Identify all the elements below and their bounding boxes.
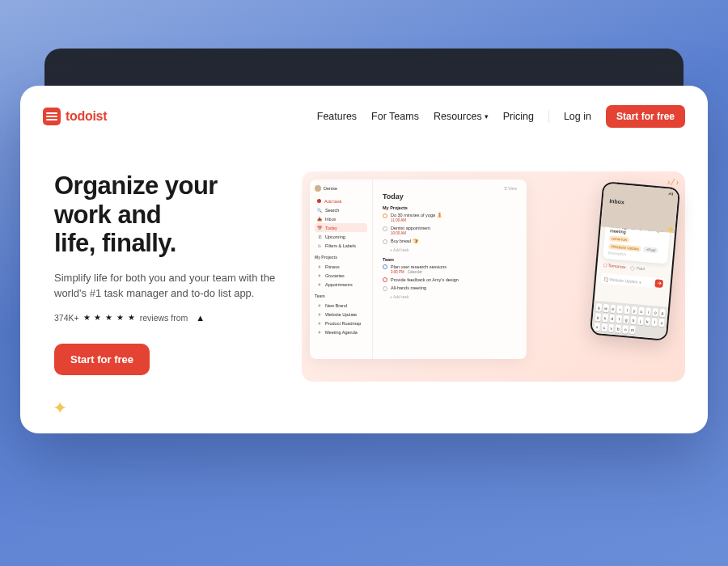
mockup-side-item: 🔍Search xyxy=(315,205,367,214)
hash-icon: # xyxy=(317,303,322,307)
side-icon: ⧉ xyxy=(317,243,322,247)
headline: Organize your work and life, finally. xyxy=(54,171,286,258)
product-mockup: › ⁄ › Denise Add task 🔍Search📥Inbox📅Toda… xyxy=(302,171,685,382)
keyboard-key: g xyxy=(623,315,629,324)
logo-text: todoist xyxy=(66,109,107,124)
keyboard-key: w xyxy=(603,304,609,313)
keyboard-key: q xyxy=(595,303,602,312)
side-icon: 🔍 xyxy=(317,208,322,212)
hash-icon: # xyxy=(317,273,322,277)
keyboard-key: u xyxy=(638,307,645,316)
hero-cta-button[interactable]: Start for free xyxy=(54,344,150,375)
sparkle-icon: ✦ xyxy=(53,398,67,419)
mockup-title: Today xyxy=(383,192,517,201)
logo[interactable]: todoist xyxy=(43,108,107,125)
nav-features[interactable]: Features xyxy=(317,111,357,122)
nav-pricing[interactable]: Pricing xyxy=(503,111,534,122)
mockup-sidebar: Denise Add task 🔍Search📥Inbox📅Today🗓Upco… xyxy=(310,180,373,359)
phone-keyboard: qwertyuiopasdfghjklzxcvbnm xyxy=(591,301,668,340)
task-circle-icon xyxy=(383,226,387,231)
nav-links: Features For Teams Resources ▾ Pricing L… xyxy=(317,105,685,128)
hash-icon: # xyxy=(317,264,322,268)
keyboard-key: z xyxy=(658,319,665,327)
mockup-side-item: 📥Inbox xyxy=(315,214,367,223)
mockup-side-item: #Website Update xyxy=(315,310,367,319)
keyboard-key: n xyxy=(622,325,629,334)
mockup-side-item: ⧉Filters & Labels xyxy=(315,241,367,250)
nav-for-teams[interactable]: For Teams xyxy=(371,111,419,122)
phone-meta-row: ☐ Tomorrow ◯ Paul xyxy=(603,263,665,273)
mockup-side-item: #Meeting Agenda xyxy=(315,327,367,336)
mockup-phone-screen: ◢ ▮ Inbox Write agenda for Monday's meet… xyxy=(591,183,679,339)
chevron-down-icon: ▾ xyxy=(485,112,489,120)
phone-tomorrow: ☐ Tomorrow xyxy=(603,263,626,269)
mockup-side-item: 📅Today xyxy=(315,223,367,232)
mockup-side-add: Add task xyxy=(315,196,367,205)
mockup-task: All-hands meeting xyxy=(383,285,517,291)
side-icon: 📅 xyxy=(317,226,322,230)
mockup-side-item: #Groceries xyxy=(315,271,367,280)
sparkle-icon: ✦ xyxy=(666,223,675,236)
avatar-icon xyxy=(315,185,321,192)
mockup-add-row: + Add task xyxy=(390,247,517,252)
nav-resources[interactable]: Resources ▾ xyxy=(434,111,489,122)
mockup-side-item: #Product Roadmap xyxy=(315,319,367,327)
keyboard-key: j xyxy=(637,317,644,326)
task-circle-icon xyxy=(383,239,387,244)
keyboard-key: c xyxy=(601,323,607,332)
mockup-side-item: #Fitness xyxy=(315,262,367,271)
mockup-task: Provide feedback on Amy's design xyxy=(383,277,517,283)
task-circle-icon xyxy=(383,286,387,291)
hero-left: Organize your work and life, finally. Si… xyxy=(43,171,286,382)
phone-chip-person: +Paul xyxy=(643,247,658,254)
hash-icon: # xyxy=(317,312,322,316)
keyboard-key: r xyxy=(617,305,624,314)
keyboard-key: t xyxy=(624,306,630,315)
keyboard-key: d xyxy=(609,315,616,323)
headline-line-3: life, finally. xyxy=(54,229,286,258)
headline-line-2: work and xyxy=(54,201,286,230)
keyboard-key: v xyxy=(608,323,615,332)
keyboard-key: i xyxy=(645,307,652,316)
nav-login[interactable]: Log in xyxy=(564,111,591,122)
keyboard-key: p xyxy=(659,309,666,318)
hash-icon: # xyxy=(317,330,322,334)
mockup-side-item: #New Brand xyxy=(315,301,367,310)
mockup-task: Dentist appointment10:00 AM xyxy=(383,226,517,235)
mockup-username: Denise xyxy=(324,186,337,191)
hash-icon: # xyxy=(317,282,322,286)
nav-cta-button[interactable]: Start for free xyxy=(606,105,685,128)
keyboard-key: b xyxy=(616,324,622,333)
headline-line-1: Organize your xyxy=(54,171,286,201)
keyboard-key: h xyxy=(630,316,637,325)
mockup-side-item: 🗓Upcoming xyxy=(315,232,367,241)
keyboard-key: a xyxy=(595,313,601,322)
phone-status-icon: ◢ ▮ xyxy=(668,191,674,196)
task-circle-icon xyxy=(383,277,387,282)
phone-input: 📋 Website Update ▾ xyxy=(600,272,666,289)
phone-chip-tomorrow: tomorrow xyxy=(609,235,629,243)
landing-card: todoist Features For Teams Resources ▾ P… xyxy=(20,86,708,433)
hero: Organize your work and life, finally. Si… xyxy=(43,171,685,382)
keyboard-key: m xyxy=(629,326,636,335)
side-icon: 📥 xyxy=(317,217,322,221)
subheadline: Simplify life for both you and your team… xyxy=(54,271,286,302)
task-circle-icon xyxy=(383,213,387,218)
send-icon xyxy=(654,279,663,288)
reviews-row: 374K+ ★ ★ ★ ★ ★ reviews from ▲ xyxy=(54,313,286,323)
decorative-lines-icon: › ⁄ › xyxy=(667,178,679,187)
mockup-main: ☰ View Today My Projects Do 30 minutes o… xyxy=(373,180,527,359)
phone-inbox-label: Inbox xyxy=(609,198,671,209)
nav-resources-label: Resources xyxy=(434,111,482,122)
keyboard-key: o xyxy=(653,308,659,317)
mockup-user: Denise xyxy=(315,185,367,192)
keyboard-key: e xyxy=(610,305,616,314)
plus-icon xyxy=(317,199,321,203)
side-icon: 🗓 xyxy=(317,234,322,239)
stars-icon: ★ ★ ★ ★ ★ xyxy=(83,313,136,322)
reviews-tail: reviews from xyxy=(140,313,188,323)
mockup-desktop-app: Denise Add task 🔍Search📥Inbox📅Today🗓Upco… xyxy=(310,180,527,359)
reviews-count: 374K+ xyxy=(54,313,79,323)
mockup-view: ☰ View xyxy=(504,186,517,191)
mockup-section-my: My Projects xyxy=(383,205,517,210)
